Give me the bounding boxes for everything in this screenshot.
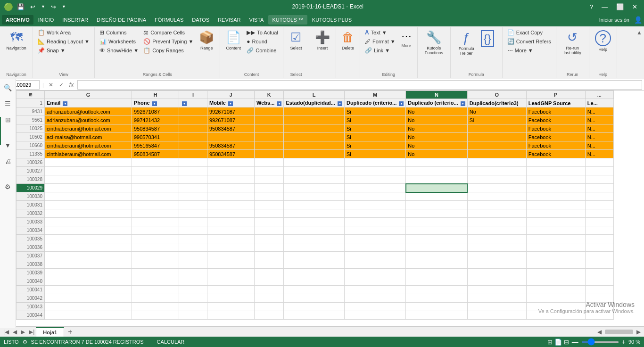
cell-O9431[interactable]: No <box>467 107 526 116</box>
col-header-I[interactable]: I <box>179 91 207 99</box>
cell-I10502[interactable] <box>179 133 207 141</box>
h-scroll-left[interactable]: ◀ <box>596 329 603 335</box>
cell-N10660[interactable]: No <box>406 141 467 150</box>
formula-input[interactable] <box>77 80 642 90</box>
cell-G10025[interactable]: cinthiaberaun@hotmail.com <box>45 124 132 133</box>
menu-formulas[interactable]: FÓRMULAS <box>151 15 187 25</box>
help-ribbon-btn[interactable]: ? Help <box>592 28 614 54</box>
cell-L11335[interactable] <box>284 150 345 158</box>
maximize-btn[interactable]: ⬜ <box>613 2 627 11</box>
filter-J1[interactable]: ▼ <box>228 101 233 106</box>
ribbon-collapse[interactable]: ▲ <box>636 27 644 78</box>
menu-vista[interactable]: VISTA <box>245 15 267 25</box>
close-btn[interactable]: ✕ <box>629 2 640 11</box>
cell-J10025[interactable]: 950834587 <box>207 124 255 133</box>
cell-H9561[interactable]: 997421432 <box>132 116 179 124</box>
filter-H1[interactable]: ▼ <box>152 101 157 106</box>
cell-O10502[interactable] <box>467 133 526 141</box>
cell-P1[interactable]: LeadGNP Source <box>526 99 585 107</box>
cell-M11335[interactable]: Si <box>344 150 405 158</box>
cell-M10502[interactable]: Si <box>344 133 405 141</box>
cell-K1[interactable]: Webs... ▼ <box>255 99 284 107</box>
cell-O1[interactable]: Duplicado(criterio3) <box>467 99 526 107</box>
combine-btn[interactable]: 🔗 Combine <box>245 46 280 55</box>
cell-L9431[interactable] <box>284 107 345 116</box>
cancel-formula-btn[interactable]: ✕ <box>47 82 55 88</box>
content-btn[interactable]: 📄 Content <box>223 28 244 52</box>
cell-H10660[interactable]: 995165847 <box>132 141 179 150</box>
cell-G9561[interactable]: adrianzubaru@outlook.com <box>45 116 132 124</box>
worksheets-btn[interactable]: 📊 Worksheets <box>98 37 140 46</box>
copy-ranges-btn[interactable]: 📋 Copy Ranges <box>141 46 195 55</box>
cell-G10660[interactable]: cinthiaberaun@hotmail.com <box>45 141 132 150</box>
sheet-scroll-next[interactable]: ▶ <box>19 329 26 335</box>
nav-filter-btn[interactable]: ▼ <box>1 139 15 152</box>
cell-Q10025[interactable]: N... <box>585 124 613 133</box>
filter-K1[interactable]: ▼ <box>277 101 281 106</box>
signin-btn[interactable]: Iniciar sesión <box>595 15 633 25</box>
menu-kutools-plus[interactable]: KUTOOLS PLUS <box>308 15 355 25</box>
cell-J1[interactable]: Mobile ▼ <box>207 99 255 107</box>
columns-btn[interactable]: ⊞ Columns <box>98 28 140 37</box>
cell-P10025[interactable]: Facebook <box>526 124 585 133</box>
minimize-btn[interactable]: — <box>599 2 611 11</box>
cell-G10502[interactable]: acl-maisa@hotmail.com <box>45 133 132 141</box>
cell-Q10660[interactable]: N... <box>585 141 613 150</box>
filter-N1[interactable]: ▼ <box>461 101 465 106</box>
col-header-P[interactable]: P <box>526 91 585 99</box>
cell-P9561[interactable]: Facebook <box>526 116 585 124</box>
cell-G11335[interactable]: cinthiaberaun@hotmail.com <box>45 150 132 158</box>
cell-I1[interactable]: ▼ <box>179 99 207 107</box>
cell-K9431[interactable] <box>255 107 284 116</box>
cell-P10502[interactable]: Facebook <box>526 133 585 141</box>
undo-dropdown-btn[interactable]: ▼ <box>39 3 47 10</box>
cell-J9561[interactable]: 992671087 <box>207 116 255 124</box>
confirm-formula-btn[interactable]: ✓ <box>57 82 66 88</box>
range-btn[interactable]: 📦 Range <box>196 28 217 52</box>
cell-G1[interactable]: Email ▼ <box>45 99 132 107</box>
sheet-add-btn[interactable]: + <box>65 328 75 336</box>
ribbon-collapse-icon[interactable]: ▲ <box>636 29 642 36</box>
col-header-H[interactable]: H <box>132 91 179 99</box>
nav-list-btn[interactable]: ☰ <box>1 97 15 110</box>
customize-btn[interactable]: ▼ <box>60 3 68 10</box>
col-header-L[interactable]: L <box>284 91 345 99</box>
cell-J10502[interactable] <box>207 133 255 141</box>
cell-G9431[interactable]: adrianzubaru@outlook.com <box>45 107 132 116</box>
cell-N100029[interactable] <box>406 184 467 192</box>
reading-layout-btn[interactable]: 📐 Reading Layout ▼ <box>36 37 91 46</box>
menu-archivo[interactable]: ARCHIVO <box>2 15 33 25</box>
cell-K10025[interactable] <box>255 124 284 133</box>
page-layout-icon[interactable]: 📄 <box>554 339 562 346</box>
prevent-typing-btn[interactable]: 🚫 Prevent Typing ▼ <box>141 37 195 46</box>
formula-braces-btn[interactable]: {} <box>478 28 497 50</box>
h-scrollbar-thumb[interactable] <box>605 330 633 334</box>
cell-O11335[interactable] <box>467 150 526 158</box>
cell-M9561[interactable]: Si <box>344 116 405 124</box>
to-actual-btn[interactable]: ▶▶ To Actual <box>245 28 280 37</box>
more-formula-btn[interactable]: ⋯ More ▼ <box>505 46 553 55</box>
col-header-J[interactable]: J <box>207 91 255 99</box>
cell-M10025[interactable]: Si <box>344 124 405 133</box>
page-break-icon[interactable]: ⊟ <box>564 339 569 346</box>
more-btn[interactable]: ⋯ More <box>398 28 414 50</box>
navigation-btn[interactable]: 🗺 Navigation <box>3 28 29 52</box>
col-header-K[interactable]: K <box>255 91 284 99</box>
formula-helper-btn[interactable]: ƒ FormulaHelper <box>456 28 477 58</box>
h-scroll-right[interactable]: ▶ <box>635 329 642 335</box>
cell-I11335[interactable] <box>179 150 207 158</box>
cell-J10660[interactable]: 950834587 <box>207 141 255 150</box>
cell-H10502[interactable]: 990570341 <box>132 133 179 141</box>
cell-L10660[interactable] <box>284 141 345 150</box>
col-header-N[interactable]: N <box>406 91 467 99</box>
sheet-scroll-prev[interactable]: ◀ <box>11 329 18 335</box>
cell-L1[interactable]: Estado(duplicidad... ▼ <box>284 99 345 107</box>
format-btn[interactable]: 🖊 Format ▼ <box>363 37 397 46</box>
cell-K9561[interactable] <box>255 116 284 124</box>
cell-J11335[interactable]: 950834587 <box>207 150 255 158</box>
undo-btn[interactable]: ↩ <box>28 2 37 11</box>
cell-Q10502[interactable]: N... <box>585 133 613 141</box>
cell-P10660[interactable]: Facebook <box>526 141 585 150</box>
sheet-scroll-first[interactable]: |◀ <box>2 329 10 335</box>
cell-O10025[interactable] <box>467 124 526 133</box>
